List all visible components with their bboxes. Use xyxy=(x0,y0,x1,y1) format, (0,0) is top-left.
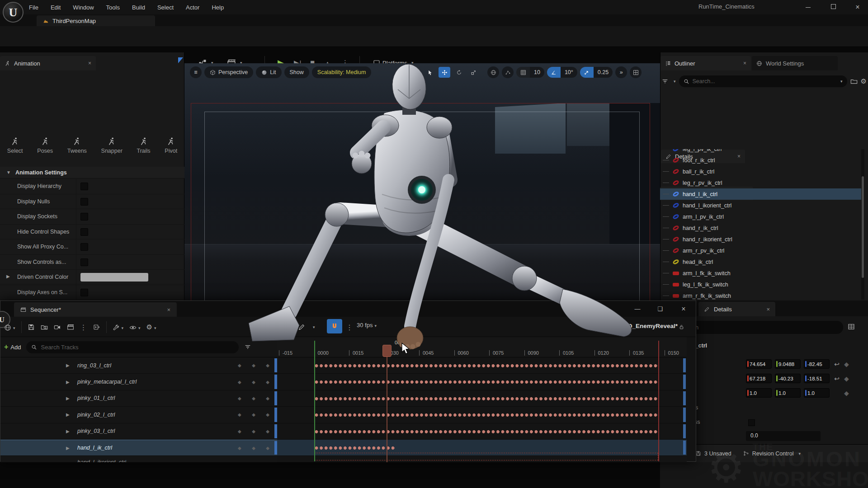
sequencer-close-button[interactable]: × xyxy=(676,304,691,314)
track-row[interactable]: ▶ ring_03_l_ctrl ◆◆◆ xyxy=(0,357,277,374)
menu-item[interactable]: Actor xyxy=(186,4,199,11)
keyframe-diamond-icon[interactable]: ◆ xyxy=(844,361,849,368)
keyframe-diamond-icon[interactable]: ◆ xyxy=(844,375,849,382)
menu-item[interactable]: Select xyxy=(157,4,174,11)
keyframe-dots[interactable] xyxy=(314,413,658,418)
lock-icon[interactable] xyxy=(679,324,684,330)
render-movie-icon[interactable] xyxy=(93,324,100,331)
scalability-button[interactable]: Scalability: Medium xyxy=(312,66,372,78)
menu-item[interactable]: Window xyxy=(73,4,94,11)
close-icon[interactable]: × xyxy=(766,306,770,313)
tab-thirdpersonmap[interactable]: ThirdPersonMap xyxy=(37,15,155,26)
anim-control-row[interactable]: foot_r_ik_ctrl xyxy=(660,155,864,166)
rotation-snap-control[interactable]: 10° xyxy=(547,67,577,78)
close-button[interactable]: × xyxy=(851,3,864,12)
sequencer-minimize-button[interactable]: — xyxy=(630,304,645,314)
anim-control-row[interactable]: arm_r_pv_ik_ctrl xyxy=(660,245,864,256)
setting-checkbox[interactable] xyxy=(80,228,88,236)
details-search-input[interactable] xyxy=(680,324,816,331)
minimize-button[interactable] xyxy=(801,3,815,12)
track-row[interactable]: ▶ hand_l_ik_ctrl ◆◆◆ xyxy=(0,440,277,456)
playhead-line[interactable] xyxy=(387,346,387,462)
animation-tool-button[interactable]: Select xyxy=(7,137,23,154)
outliner-search-input[interactable] xyxy=(693,78,835,84)
revision-control-dropdown[interactable]: Revision Control ▾ xyxy=(743,450,801,457)
auto-key-button[interactable] xyxy=(276,319,292,333)
scale-tool-button[interactable] xyxy=(467,67,479,78)
keyframe-nav[interactable]: ◆◆◆ xyxy=(238,380,269,385)
track-row[interactable]: ▶ pinky_03_l_ctrl ◆◆◆ xyxy=(0,423,277,440)
edit-mode-dropdown[interactable]: ▾ xyxy=(298,320,315,334)
expand-triangle-icon[interactable]: ▶ xyxy=(66,380,70,385)
keyframe-dots[interactable] xyxy=(314,429,658,434)
close-icon[interactable]: × xyxy=(167,306,170,313)
animation-tool-button[interactable]: Trails xyxy=(137,137,151,154)
view-options-dropdown[interactable]: ▾ xyxy=(129,323,141,331)
keyframe-nav[interactable]: ◆◆◆ xyxy=(238,396,269,401)
tab-world-settings[interactable]: World Settings xyxy=(752,56,838,70)
keyframe-dots[interactable] xyxy=(314,446,396,450)
sequencer-maximize-button[interactable]: ❑ xyxy=(652,304,668,314)
track-row[interactable]: ▶ pinky_02_l_ctrl ◆◆◆ xyxy=(0,407,277,423)
keyframe-dots[interactable] xyxy=(314,396,658,401)
browse-sequence-icon[interactable] xyxy=(41,324,48,331)
unsaved-status[interactable]: 3 Unsaved xyxy=(695,450,731,457)
anim-control-row[interactable]: hand_l_ik_ctrl xyxy=(660,188,864,200)
y-value-field[interactable]: 1.0 xyxy=(775,388,801,398)
filter-icon[interactable] xyxy=(661,78,669,85)
move-tool-button[interactable] xyxy=(439,67,450,78)
keyframe-row[interactable] xyxy=(277,407,687,423)
close-icon[interactable]: × xyxy=(737,60,746,66)
menu-item[interactable]: Help xyxy=(212,4,224,11)
scale-snap-control[interactable]: 0.25 xyxy=(580,67,613,78)
chevron-down-icon[interactable]: ▾ xyxy=(840,79,843,84)
setting-checkbox[interactable] xyxy=(80,213,88,221)
keyframe-dots[interactable] xyxy=(314,380,658,385)
grid-snap-control[interactable]: 10 xyxy=(516,67,544,78)
anim-control-row[interactable]: hand_r_ik_ctrl xyxy=(660,222,864,234)
x-value-field[interactable]: 67.218 xyxy=(746,374,772,383)
maximize-button[interactable] xyxy=(826,3,840,12)
chevron-down-icon[interactable]: ▾ xyxy=(674,79,676,84)
z-value-field[interactable]: -82.45 xyxy=(804,359,830,369)
expand-arrow-icon[interactable]: ▶ xyxy=(6,274,10,279)
world-dropdown[interactable]: ▾ xyxy=(4,323,15,331)
setting-checkbox[interactable] xyxy=(80,289,88,296)
tab-outliner[interactable]: Outliner × xyxy=(660,56,751,70)
y-value-field[interactable]: -40.23 xyxy=(775,374,801,383)
close-icon[interactable]: × xyxy=(82,60,91,66)
add-track-button[interactable]: +Add xyxy=(4,343,21,351)
keyframe-diamond-icon[interactable]: ◆ xyxy=(844,389,849,397)
menu-item[interactable]: File xyxy=(29,4,38,11)
animation-tool-button[interactable]: Pivot xyxy=(165,137,177,154)
z-value-field[interactable]: -18.51 xyxy=(804,374,830,383)
x-value-field[interactable]: 1.0 xyxy=(746,388,772,398)
setting-checkbox[interactable] xyxy=(80,258,88,266)
anim-control-row[interactable]: leg_l_pv_ik_ctrl xyxy=(660,149,864,155)
animation-settings-header[interactable]: ▼ Animation Settings xyxy=(0,167,184,178)
x-value-field[interactable]: 74.654 xyxy=(746,359,772,369)
reset-arrow-icon[interactable]: ↩ xyxy=(833,375,841,382)
y-value-field[interactable]: 9.0488 xyxy=(775,359,801,369)
tab-details-bottom[interactable]: Details × xyxy=(698,302,775,316)
expand-triangle-icon[interactable]: ▶ xyxy=(66,412,70,417)
keyframe-row[interactable] xyxy=(277,357,687,374)
section-range-bar[interactable] xyxy=(314,453,658,460)
track-filter-icon[interactable] xyxy=(244,343,251,351)
keyframe-nav[interactable]: ◆◆◆ xyxy=(238,363,269,368)
anim-control-row[interactable]: ball_r_ik_ctrl xyxy=(660,166,864,177)
more-tools-chevrons[interactable]: » xyxy=(615,66,627,78)
keyframe-nav[interactable]: ◆◆◆ xyxy=(238,446,269,450)
setting-checkbox[interactable] xyxy=(80,243,88,251)
perspective-dropdown[interactable]: Perspective xyxy=(204,66,253,78)
world-local-toggle[interactable] xyxy=(487,66,499,78)
show-dropdown[interactable]: Show xyxy=(284,66,309,78)
snap-options-kebab[interactable]: ⋮ xyxy=(346,320,353,334)
details-display-icon[interactable] xyxy=(848,323,855,330)
tab-animation[interactable]: Animation × xyxy=(0,56,96,70)
playhead-handle[interactable] xyxy=(382,345,392,357)
save-sequence-icon[interactable] xyxy=(28,324,35,331)
kebab-icon[interactable]: ⋮ xyxy=(80,323,87,332)
expand-triangle-icon[interactable]: ▶ xyxy=(66,429,70,434)
reset-arrow-icon[interactable]: ↩ xyxy=(833,361,841,368)
